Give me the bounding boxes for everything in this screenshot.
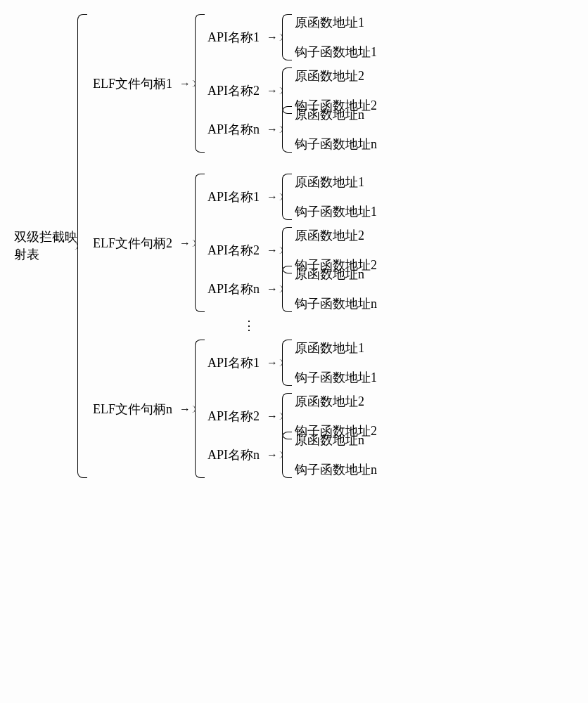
arrow-icon: →	[267, 244, 278, 257]
api-node: API名称1 → 原函数地址1 钩子函数地址1	[207, 340, 377, 386]
arrow-icon: →	[267, 410, 278, 423]
elf-node: ELF文件句柄n → API名称1 → 原函数地址1 钩子函数地址1 API名称…	[93, 340, 377, 478]
api-node: API名称n → 原函数地址n 钩子函数地址n	[207, 266, 377, 312]
api-children: API名称1 → 原函数地址1 钩子函数地址1 API名称2 → 原函数地址2 …	[207, 174, 377, 312]
brace-icon	[195, 174, 205, 312]
vertical-ellipsis-icon: ⋮	[121, 323, 377, 329]
leaf-original-addr: 原函数地址1	[295, 174, 377, 191]
brace-icon	[282, 266, 292, 312]
arrow-icon: →	[267, 191, 278, 203]
arrow-icon: →	[267, 84, 278, 97]
api-label: API名称2	[207, 242, 260, 259]
leaf-original-addr: 原函数地址n	[295, 266, 377, 283]
leaf-original-addr: 原函数地址n	[295, 106, 377, 123]
api-label: API名称n	[207, 280, 260, 297]
api-label: API名称n	[207, 446, 260, 463]
arrow-icon: →	[267, 31, 278, 44]
api-node: API名称1 → 原函数地址1 钩子函数地址1	[207, 14, 377, 60]
elf-node: ELF文件句柄1 → API名称1 → 原函数地址1 钩子函数地址1 API名称…	[93, 14, 377, 153]
brace-icon	[282, 174, 292, 220]
api-node: API名称n → 原函数地址n 钩子函数地址n	[207, 432, 377, 478]
api-label: API名称1	[207, 29, 260, 46]
leaf-group: 原函数地址n 钩子函数地址n	[295, 266, 377, 312]
brace-icon	[282, 14, 292, 60]
leaf-original-addr: 原函数地址2	[295, 67, 377, 84]
arrow-icon: →	[179, 403, 191, 415]
leaf-group: 原函数地址1 钩子函数地址1	[295, 340, 377, 386]
root-label: 双级拦截映射表	[14, 228, 77, 264]
arrow-icon: →	[179, 77, 191, 90]
elf-node: ELF文件句柄2 → API名称1 → 原函数地址1 钩子函数地址1 API名称…	[93, 174, 377, 312]
arrow-icon: →	[267, 123, 278, 136]
arrow-icon: →	[179, 237, 191, 250]
leaf-group: 原函数地址n 钩子函数地址n	[295, 432, 377, 478]
api-children: API名称1 → 原函数地址1 钩子函数地址1 API名称2 → 原函数地址2 …	[207, 14, 377, 153]
arrow-icon: →	[267, 283, 278, 295]
api-children: API名称1 → 原函数地址1 钩子函数地址1 API名称2 → 原函数地址2 …	[207, 340, 377, 478]
api-label: API名称2	[207, 82, 260, 99]
api-label: API名称2	[207, 408, 260, 425]
brace-icon	[195, 340, 205, 478]
api-node: API名称n → 原函数地址n 钩子函数地址n	[207, 106, 377, 153]
leaf-group: 原函数地址1 钩子函数地址1	[295, 14, 377, 60]
brace-icon	[195, 14, 205, 153]
leaf-hook-addr: 钩子函数地址n	[295, 461, 377, 478]
leaf-original-addr: 原函数地址2	[295, 227, 377, 244]
elf-label: ELF文件句柄1	[93, 75, 172, 92]
brace-icon	[282, 340, 292, 386]
leaf-original-addr: 原函数地址n	[295, 432, 377, 449]
brace-icon	[77, 14, 87, 478]
arrow-icon: →	[267, 449, 278, 461]
api-label: API名称1	[207, 188, 260, 205]
elf-label: ELF文件句柄n	[93, 401, 172, 418]
brace-icon	[282, 106, 292, 153]
leaf-group: 原函数地址n 钩子函数地址n	[295, 106, 377, 153]
arrow-icon: →	[267, 356, 278, 369]
leaf-hook-addr: 钩子函数地址n	[295, 295, 377, 312]
leaf-hook-addr: 钩子函数地址1	[295, 44, 377, 60]
api-label: API名称n	[207, 121, 260, 138]
leaf-original-addr: 原函数地址1	[295, 340, 377, 356]
leaf-original-addr: 原函数地址1	[295, 14, 377, 31]
api-label: API名称1	[207, 354, 260, 371]
elf-children: ELF文件句柄1 → API名称1 → 原函数地址1 钩子函数地址1 API名称…	[93, 14, 377, 478]
api-node: API名称1 → 原函数地址1 钩子函数地址1	[207, 174, 377, 220]
tree-diagram: 双级拦截映射表 ELF文件句柄1 → API名称1 → 原函数地址1 钩子函数地…	[14, 14, 574, 478]
elf-label: ELF文件句柄2	[93, 235, 172, 252]
brace-icon	[282, 432, 292, 478]
leaf-hook-addr: 钩子函数地址1	[295, 369, 377, 386]
leaf-hook-addr: 钩子函数地址1	[295, 203, 377, 220]
leaf-original-addr: 原函数地址2	[295, 393, 377, 410]
leaf-hook-addr: 钩子函数地址n	[295, 136, 377, 153]
leaf-group: 原函数地址1 钩子函数地址1	[295, 174, 377, 220]
